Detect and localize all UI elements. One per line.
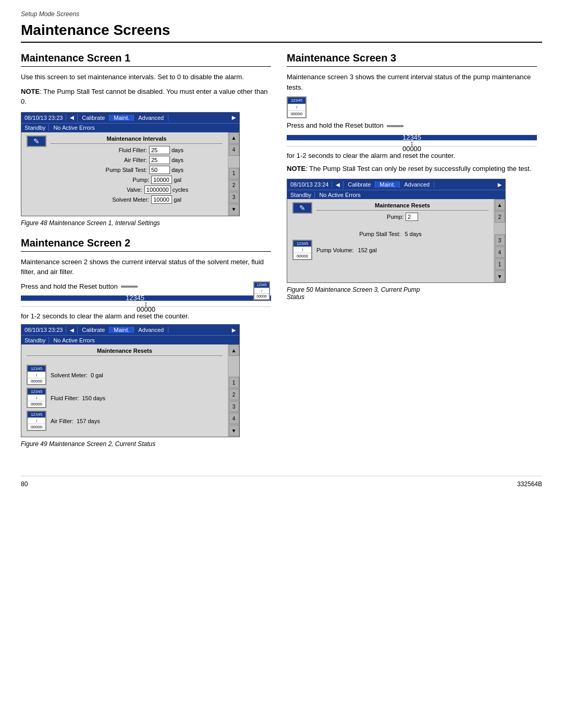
screen2-fwd-btn[interactable]: ►: [228, 326, 239, 334]
screen1-solvent-input[interactable]: 10000: [151, 195, 172, 204]
screen2-sidebar-2[interactable]: 2: [229, 389, 239, 400]
screen3-timestamp: 08/10/13 23:24: [287, 181, 332, 188]
screen1-fluid-filter-unit: days: [172, 147, 183, 153]
screen1-sidebar-2[interactable]: 2: [229, 180, 239, 191]
screen2-sidebar-3[interactable]: 3: [229, 401, 239, 412]
screen3-calibrate-btn[interactable]: Calibrate: [344, 181, 375, 188]
screen1-pump-input[interactable]: 10000: [151, 176, 172, 184]
screen1-fwd-btn[interactable]: ►: [228, 114, 239, 121]
screen1-pump-stall-input[interactable]: 50: [149, 166, 170, 174]
screen2-advanced-btn[interactable]: Advanced: [134, 327, 168, 333]
screen3-figure-caption: Figure 50 Maintenance Screen 3, Current …: [287, 286, 537, 301]
screen1-valve-input[interactable]: 1000000: [144, 186, 171, 194]
screen1-fluid-filter-input[interactable]: 25: [149, 146, 170, 154]
screen2-fluid-label: Fluid Filter:: [51, 395, 79, 401]
screen1-up-btn[interactable]: ▲: [229, 132, 239, 144]
screen2-calibrate-btn[interactable]: Calibrate: [78, 327, 109, 333]
screen1-standby: Standby: [21, 125, 49, 131]
screen3-volume-label: Pump Volume:: [316, 247, 354, 253]
reset-icon-mid: ↕: [254, 288, 269, 293]
screen2-timestamp: 08/10/13 23:23: [21, 327, 66, 333]
screen2-back-btn[interactable]: ◄: [66, 326, 78, 334]
screen3-reset-top: 12345: [288, 97, 305, 104]
device-content-1: ✎ Maintenance Intervals Fluid Filter: 25…: [21, 132, 228, 216]
screen2-air-label: Air Filter:: [51, 418, 74, 424]
screen1-down-btn[interactable]: ▼: [229, 204, 239, 215]
screen1-maint-btn[interactable]: Maint.: [109, 115, 134, 121]
screen1-back-btn[interactable]: ◄: [66, 114, 78, 121]
screen3-sidebar-4[interactable]: 4: [495, 246, 505, 258]
screen1-air-filter-unit: days: [172, 157, 183, 163]
screen3-standby: Standby: [287, 192, 315, 198]
screen3-sidebar-3[interactable]: 3: [495, 235, 505, 246]
screen3-note: NOTE: The Pump Stall Test can only be re…: [287, 164, 537, 174]
screen1-sidebar-4[interactable]: 4: [229, 144, 239, 156]
device-body-1: ✎ Maintenance Intervals Fluid Filter: 25…: [21, 132, 239, 216]
screen2-sidebar-4[interactable]: 4: [229, 413, 239, 424]
screen2-air-value: 157 days: [77, 418, 100, 424]
screen2-air-icon: 12345 ↕ 00000: [27, 411, 46, 431]
screen1-solvent-unit: gal: [174, 196, 181, 203]
device-header-2: 08/10/13 23:23 ◄ Calibrate Maint. Advanc…: [21, 325, 239, 335]
screen3-maint-btn[interactable]: Maint.: [375, 181, 400, 188]
screen1-pump-unit: gal: [174, 177, 181, 183]
screen1-advanced-btn[interactable]: Advanced: [134, 115, 168, 121]
screen3-pump-stall-label: Pump Stall Test:: [359, 231, 400, 237]
screen3-down-btn[interactable]: ▼: [495, 270, 505, 282]
screen1-title: Maintenance Screen 1: [21, 52, 271, 67]
screen3-sidebar-1[interactable]: 1: [495, 258, 505, 270]
page-title: Maintenance Screens: [21, 22, 542, 43]
device-content-2: Maintenance Resets 12345 ↕ 00000 Solvent…: [21, 344, 228, 437]
two-column-layout: Maintenance Screen 1 Use this screen to …: [21, 52, 542, 455]
screen1-pump-row: Pump: 10000 gal: [51, 176, 223, 184]
doc-number: 332564B: [517, 480, 542, 488]
device-screen-3: 08/10/13 23:24 ◄ Calibrate Maint. Advanc…: [287, 179, 506, 283]
screen1-calibrate-btn[interactable]: Calibrate: [78, 115, 109, 121]
screen3-title: Maintenance Screen 3: [287, 52, 537, 67]
screen3-back-btn[interactable]: ◄: [332, 181, 344, 189]
screen2-solvent-value: 0 gal: [91, 372, 103, 378]
screen2-fluid-value: 150 days: [82, 395, 105, 401]
screen1-fluid-filter-label: Fluid Filter:: [90, 147, 147, 153]
screen3-pump-stall-row: Pump Stall Test: 5 days: [292, 231, 488, 237]
screen1-sidebar-3[interactable]: 3: [229, 192, 239, 203]
screen3-pump-input[interactable]: 2: [406, 213, 418, 221]
screen2-down-btn[interactable]: ▼: [229, 425, 239, 436]
screen3-content-title: Maintenance Resets: [316, 202, 488, 211]
screen3-volume-row: 12345 ↕ 00000 Pump Volume: 152 gal: [292, 240, 488, 260]
screen3-pump-stall-value: 5 days: [405, 231, 421, 237]
device-status-bar-2: Standby No Active Errors: [21, 335, 239, 344]
screen2-maint-btn[interactable]: Maint.: [109, 327, 134, 333]
screen2-title: Maintenance Screen 2: [21, 237, 271, 252]
screen2-press-hold: Press and hold the Reset button: [21, 281, 271, 292]
screen3-sidebar: ▲ 2 3 4 1 ▼: [494, 199, 505, 282]
screen3-reset-mid: ↕: [288, 104, 305, 110]
reset-icon-bot: 00000: [254, 293, 269, 299]
screen3-fwd-btn[interactable]: ►: [494, 181, 505, 189]
screen2-up-btn[interactable]: ▲: [229, 344, 239, 356]
screen2-section: Maintenance Screen 2 Maintenance screen …: [21, 237, 271, 448]
screen3-reset-area: 12345 ↕ 00000 Press and hold the Reset b…: [287, 96, 537, 159]
screen1-solvent-label: Solvent Meter:: [92, 196, 149, 203]
screen1-valve-row: Valve: 1000000 cycles: [51, 186, 223, 194]
screen3-volume-value: 152 gal: [358, 247, 377, 253]
screen2-sidebar-1[interactable]: 1: [229, 377, 239, 388]
screen1-solvent-row: Solvent Meter: 10000 gal: [51, 195, 223, 204]
screen3-volume-icon: 12345 ↕ 00000: [292, 240, 312, 260]
screen3-up-btn[interactable]: ▲: [495, 199, 505, 211]
screen2-btn-bot: 00000: [21, 306, 271, 312]
screen1-air-filter-input[interactable]: 25: [149, 156, 170, 164]
screen1-sidebar: ▲ 4 1 2 3 ▼: [228, 132, 239, 216]
screen2-sidebar: ▲ 1 2 3 4 ▼: [228, 344, 239, 437]
screen1-sidebar-1[interactable]: 1: [229, 168, 239, 179]
screen1-air-filter-row: Air Filter: 25 days: [51, 156, 223, 164]
screen2-reset-icon: 12345 ↕ 00000: [253, 281, 270, 300]
device-screen-1: 08/10/13 23:23 ◄ Calibrate Maint. Advanc…: [21, 112, 240, 216]
screen3-advanced-btn[interactable]: Advanced: [400, 181, 434, 188]
screen3-sidebar-2[interactable]: 2: [495, 211, 505, 223]
screen1-valve-unit: cycles: [173, 187, 189, 193]
screen2-solvent-row: 12345 ↕ 00000 Solvent Meter: 0 gal: [27, 365, 223, 385]
screen3-press-hold: Press and hold the Reset button: [287, 120, 537, 131]
screen2-fluid-icon: 12345 ↕ 00000: [27, 388, 46, 408]
screen3-pump-row: Pump: 2: [316, 213, 488, 221]
